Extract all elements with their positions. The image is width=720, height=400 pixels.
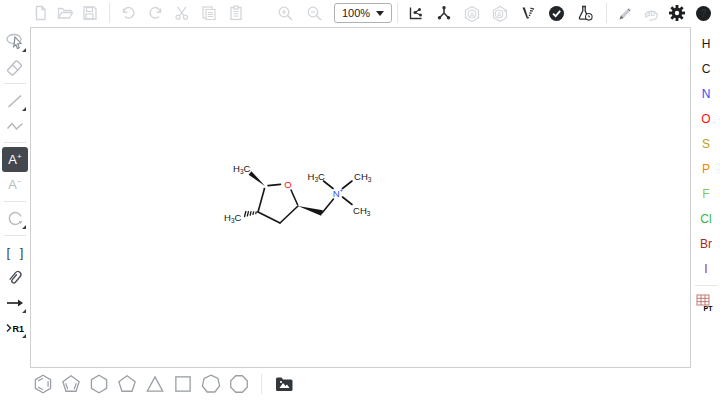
zoom-level-value: 100% [342,7,370,19]
chain-tool[interactable] [2,113,28,138]
check-structure-icon [548,5,565,22]
single-bond-icon [6,92,24,110]
redo-button[interactable] [146,4,164,22]
calculated-values-button[interactable] [575,4,593,22]
template-benzene[interactable] [31,372,55,396]
clean-up-button[interactable] [435,4,453,22]
svg-text:A: A [470,10,475,17]
charge-minus-label: A− [8,178,21,191]
aromatize-button[interactable]: A [463,4,481,22]
template-cyclobutane[interactable] [171,372,195,396]
template-library-button[interactable] [272,372,296,396]
paperclip-icon [5,268,25,288]
ring-bonds[interactable] [258,184,298,223]
rotate-icon [5,209,25,229]
atom-label-n-methyl-ul[interactable]: H3C [308,171,326,183]
bond-n-methyl-ul[interactable] [324,181,334,189]
left-toolbar: A+ A− [ ] R1 [0,26,30,340]
paste-button[interactable] [227,4,245,22]
left-toolbar-divider [4,235,26,236]
template-cyclooctane[interactable] [227,372,251,396]
template-cyclopropane[interactable] [143,372,167,396]
element-F[interactable]: F [694,181,718,206]
bond-n-methyl-lr[interactable] [343,197,353,205]
zoom-level-select[interactable]: 100% [334,3,392,23]
cut-button[interactable] [173,4,191,22]
zoom-in-icon [277,5,294,22]
template-cyclopentane[interactable] [115,372,139,396]
dearomatize-button[interactable]: A [491,4,509,22]
paste-clipboard-icon [228,5,244,21]
check-structure-button[interactable] [547,4,565,22]
template-toolbar [0,368,720,400]
copy-icon [201,5,217,21]
hash-bond-c4-methyl[interactable] [245,212,257,217]
help-icon: ? [695,5,712,22]
template-toolbar-divider [261,374,262,394]
benzene-icon [32,373,54,395]
atom-label-methyl-c4[interactable]: H3C [224,212,242,224]
charge-minus-tool[interactable]: A− [2,172,28,197]
template-cyclohexane[interactable] [87,372,111,396]
element-P[interactable]: P [694,156,718,181]
element-O[interactable]: O [694,106,718,131]
undo-button[interactable] [119,4,137,22]
single-bond-tool[interactable] [2,88,28,113]
save-button[interactable] [81,4,99,22]
eraser-tool[interactable] [2,54,28,79]
periodic-table-button[interactable]: PT [695,293,717,313]
zoom-in-button[interactable] [276,4,294,22]
element-Cl[interactable]: Cl [694,206,718,231]
rgroup-tool[interactable]: R1 [2,315,28,340]
zoom-out-button[interactable] [305,4,323,22]
stereochemistry-button[interactable] [519,4,537,22]
bond-ch2-n[interactable] [322,199,334,213]
layout-button[interactable] [407,4,425,22]
bond-n-methyl-ur[interactable] [343,181,353,189]
atom-label-oxygen[interactable]: O [284,179,291,190]
3d-viewer-button[interactable]: 3D [642,4,660,22]
copy-button[interactable] [200,4,218,22]
wedge-bond-c5-methyl[interactable] [249,171,265,186]
element-S[interactable]: S [694,131,718,156]
settings-gear-icon [668,4,686,22]
svg-text:3D: 3D [647,10,656,17]
lasso-select-tool[interactable] [2,29,28,54]
cyclopentane-icon [116,373,138,395]
template-cyclopentadiene[interactable] [59,372,83,396]
reaction-arrow-tool[interactable] [2,290,28,315]
attach-tool[interactable] [2,265,28,290]
template-cycloheptane[interactable] [199,372,223,396]
wedge-bond-c2-ch2[interactable] [298,206,323,216]
stereochemistry-icon [520,5,536,21]
new-document-button[interactable] [31,4,49,22]
element-H[interactable]: H [694,31,718,56]
undo-icon [120,5,137,21]
atom-label-n-methyl-ur[interactable]: CH3 [354,171,372,183]
cyclopentadiene-icon [60,373,82,395]
rotate-tool[interactable] [2,206,28,231]
element-N[interactable]: N [694,81,718,106]
element-C[interactable]: C [694,56,718,81]
zoom-out-icon [306,5,323,22]
open-button[interactable] [56,4,74,22]
drawing-canvas[interactable]: H3C H3C O H3C CH3 CH3 N+ [30,27,691,368]
dropdown-arrow-icon [376,11,384,16]
sgroup-tool[interactable]: [ ] [2,240,28,265]
cyclobutane-icon [172,373,194,395]
cyclopropane-icon [144,373,166,395]
atom-label-methyl-c5[interactable]: H3C [233,163,251,175]
recognize-button[interactable] [616,4,634,22]
molecule-structure[interactable]: H3C H3C O H3C CH3 CH3 N+ [220,150,380,235]
periodic-table-icon: PT [695,293,717,313]
redo-icon [147,5,164,21]
aromatize-icon: A [463,5,481,22]
toolbar-divider [606,3,607,23]
settings-button[interactable] [668,4,686,22]
charge-plus-tool[interactable]: A+ [2,147,28,172]
help-button[interactable]: ? [694,4,712,22]
element-I[interactable]: I [694,256,718,281]
top-toolbar: 100% A [0,0,720,26]
element-Br[interactable]: Br [694,231,718,256]
atom-label-n-methyl-lr[interactable]: CH3 [353,205,371,217]
